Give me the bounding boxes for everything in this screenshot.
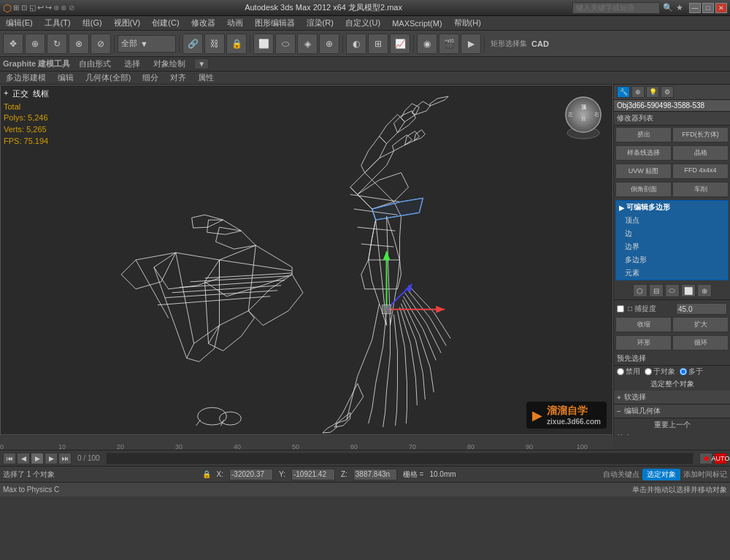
tb-material-btn[interactable]: ◉ bbox=[417, 34, 437, 54]
rp-presel-disable[interactable]: 禁用 bbox=[617, 367, 640, 377]
rp-presel-multi[interactable]: 多于 bbox=[680, 367, 703, 377]
window-controls[interactable]: — □ ✕ bbox=[689, 3, 727, 13]
close-button[interactable]: ✕ bbox=[715, 3, 727, 13]
rp-mod-polygon[interactable]: 多边形 bbox=[616, 253, 728, 266]
rp-icon-poly[interactable]: ⬜ bbox=[681, 284, 696, 297]
rp-mod-vertex[interactable]: 顶点 bbox=[616, 214, 728, 227]
tl-prev-frame[interactable]: ◀ bbox=[17, 453, 30, 464]
tl-progress-bar[interactable] bbox=[106, 453, 694, 464]
rp-mod-edge[interactable]: 边 bbox=[616, 227, 728, 240]
tl-auto-key[interactable]: AUTO bbox=[714, 453, 727, 464]
menu-create[interactable]: 创建(C) bbox=[149, 16, 182, 30]
rp-btn-extrude[interactable]: 挤出 bbox=[615, 127, 672, 142]
maximize-button[interactable]: □ bbox=[702, 3, 714, 13]
graphite-tab-freeform[interactable]: 自由形式 bbox=[74, 58, 115, 70]
menu-help[interactable]: 帮助(H) bbox=[451, 16, 484, 30]
menu-customize[interactable]: 自定义(U) bbox=[342, 16, 383, 30]
rp-btn-loop[interactable]: 循环 bbox=[672, 335, 729, 350]
tb-mirror-btn[interactable]: ◐ bbox=[346, 34, 366, 54]
tb-circle-sel[interactable]: ⬭ bbox=[275, 34, 296, 54]
rp-btn-spline-sel[interactable]: 样条线选择 bbox=[615, 145, 672, 161]
rp-btn-bevel[interactable]: 倒角剖面 bbox=[615, 182, 672, 197]
subtab-poly-modeling[interactable]: 多边形建模 bbox=[3, 72, 49, 84]
rp-mod-header[interactable]: ▶ 可编辑多边形 bbox=[616, 201, 728, 214]
tb-curve-editor[interactable]: 📈 bbox=[390, 34, 410, 54]
menu-animation[interactable]: 动画 bbox=[224, 16, 246, 30]
redo-icon[interactable]: ↪ bbox=[45, 3, 52, 12]
nav-cube[interactable]: 顶 前 左 右 bbox=[561, 93, 605, 137]
tb-rect-sel[interactable]: ⬜ bbox=[253, 34, 274, 54]
vp-label-ortho[interactable]: 正交 bbox=[12, 88, 28, 99]
tl-play-btn[interactable]: ▶ bbox=[31, 453, 44, 464]
tb-render-btn[interactable]: ▶ bbox=[461, 34, 481, 54]
menu-render[interactable]: 渲染(R) bbox=[304, 16, 337, 30]
menu-edit[interactable]: 编辑(E) bbox=[3, 16, 36, 30]
tl-add-key[interactable]: ⏺ bbox=[699, 453, 712, 464]
rp-icon-element[interactable]: ⊕ bbox=[697, 284, 712, 297]
tb-ref-btn[interactable]: ⊘ bbox=[91, 34, 111, 54]
angle-snap-checkbox[interactable] bbox=[617, 305, 624, 312]
menu-graph-editor[interactable]: 图形编辑器 bbox=[252, 16, 298, 30]
select-btn[interactable]: 选定对象 bbox=[642, 469, 680, 480]
rp-btn-ffd[interactable]: FFD(长方体) bbox=[672, 127, 729, 142]
vp-label-wireframe[interactable]: 线框 bbox=[33, 88, 49, 99]
rp-icon-border[interactable]: ⬭ bbox=[665, 284, 680, 297]
rp-tab-display[interactable]: 💡 bbox=[646, 86, 659, 98]
graphite-tab-paint[interactable]: 对象绘制 bbox=[149, 58, 190, 70]
subtab-align[interactable]: 对齐 bbox=[167, 72, 189, 84]
undo-icon[interactable]: ↩ bbox=[37, 3, 44, 12]
search-icon[interactable]: 🔍 bbox=[663, 3, 673, 12]
status-x-value[interactable] bbox=[229, 469, 273, 480]
rp-presel-byobj[interactable]: 于对象 bbox=[645, 367, 675, 377]
subtab-edit[interactable]: 编辑 bbox=[55, 72, 77, 84]
rp-select-all[interactable]: 选定整个对象 bbox=[614, 377, 730, 391]
rp-btn-lattice[interactable]: 晶格 bbox=[672, 145, 729, 161]
rp-mod-element[interactable]: 元素 bbox=[616, 266, 728, 280]
tb-link-btn[interactable]: 🔗 bbox=[182, 34, 203, 54]
rp-tab-create[interactable]: ⊕ bbox=[631, 86, 645, 98]
rp-btn-shrink[interactable]: 收缩 bbox=[615, 317, 672, 332]
menu-maxscript[interactable]: MAXScript(M) bbox=[389, 18, 445, 29]
rp-mod-border[interactable]: 边界 bbox=[616, 240, 728, 253]
rp-btn-ring[interactable]: 环形 bbox=[615, 335, 672, 350]
subtab-geometry-all[interactable]: 几何体(全部) bbox=[82, 72, 134, 84]
tb-render-setup[interactable]: 🎬 bbox=[439, 34, 459, 54]
rp-btn-uvw[interactable]: UVW 贴图 bbox=[615, 164, 672, 179]
rp-icon-vertex[interactable]: ⬡ bbox=[633, 284, 648, 297]
menu-tools[interactable]: 工具(T) bbox=[42, 16, 74, 30]
rp-tab-utils[interactable]: ⚙ bbox=[661, 86, 674, 98]
tb-align-btn[interactable]: ⊞ bbox=[368, 34, 388, 54]
rp-btn-lathe[interactable]: 车削 bbox=[672, 182, 729, 197]
rp-btn-ffd4[interactable]: FFD 4x4x4 bbox=[672, 164, 729, 179]
menu-view[interactable]: 视图(V) bbox=[111, 16, 144, 30]
tb-lasso-sel[interactable]: ⊕ bbox=[319, 34, 339, 54]
tb-scale-btn[interactable]: ⊗ bbox=[69, 34, 89, 54]
graphite-more-btn[interactable]: ▼ bbox=[194, 58, 209, 69]
status-z-value[interactable] bbox=[353, 469, 397, 480]
rp-edit-geo-header[interactable]: − 编辑几何体 bbox=[614, 404, 730, 418]
selection-filter-dropdown[interactable]: 全部 ▼ bbox=[118, 35, 176, 53]
graphite-tab-select[interactable]: 选择 bbox=[120, 58, 145, 70]
subtab-subdivide[interactable]: 细分 bbox=[139, 72, 161, 84]
minimize-button[interactable]: — bbox=[689, 3, 701, 13]
viewport[interactable]: + 正交 线框 Total Polys: 5,246 Verts: 5,265 … bbox=[0, 85, 613, 435]
rp-icon-edge[interactable]: ⊟ bbox=[649, 284, 664, 297]
rp-tab-modify[interactable]: 🔧 bbox=[617, 86, 630, 98]
menu-group[interactable]: 组(G) bbox=[80, 16, 105, 30]
tb-bind-btn[interactable]: 🔒 bbox=[226, 34, 247, 54]
rp-btn-grow[interactable]: 扩大 bbox=[672, 317, 729, 332]
subtab-properties[interactable]: 属性 bbox=[195, 72, 217, 84]
angle-value-input[interactable] bbox=[676, 303, 727, 315]
tb-rotate-btn[interactable]: ↻ bbox=[47, 34, 67, 54]
search-input[interactable] bbox=[572, 2, 660, 14]
menu-modifiers[interactable]: 修改器 bbox=[188, 16, 218, 30]
tb-fence-sel[interactable]: ◈ bbox=[297, 34, 318, 54]
tb-move-btn[interactable]: ⊕ bbox=[25, 34, 45, 54]
tb-select-btn[interactable]: ✥ bbox=[3, 34, 23, 54]
status-lock-icon[interactable]: 🔒 bbox=[202, 470, 211, 478]
bookmark-icon[interactable]: ★ bbox=[676, 3, 683, 12]
status-y-value[interactable] bbox=[291, 469, 335, 480]
tl-next-frame[interactable]: ▶ bbox=[45, 453, 58, 464]
tl-last-frame[interactable]: ⏭ bbox=[58, 453, 72, 464]
rp-soft-sel-header[interactable]: + 软选择 bbox=[614, 391, 730, 404]
